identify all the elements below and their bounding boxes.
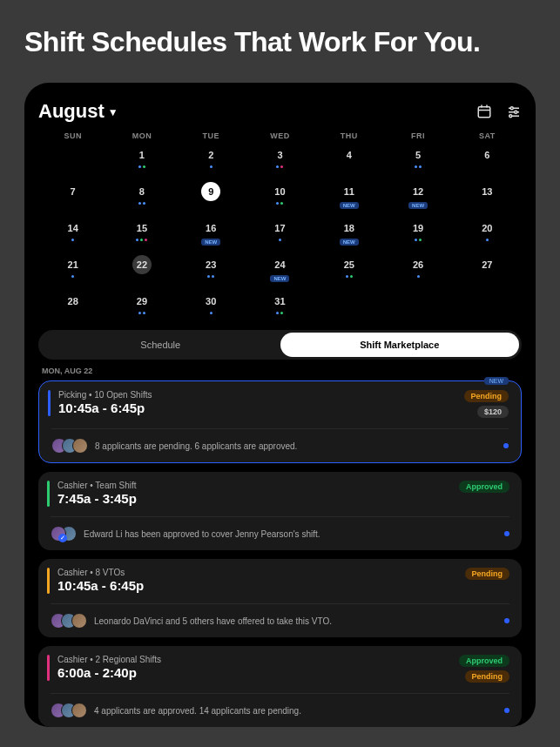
shift-card[interactable]: Cashier • Team Shift7:45a - 3:45pApprove… (38, 472, 522, 550)
shift-card[interactable]: Cashier • 8 VTOs10:45a - 6:45pPendingLeo… (38, 559, 522, 637)
accent-bar (47, 655, 50, 681)
new-badge: NEW (270, 275, 289, 282)
card-title: Cashier • 8 VTOs (57, 568, 144, 577)
calendar-day (453, 292, 522, 323)
weekday-header: SUNMONTUEWEDTHUFRISAT (38, 131, 522, 140)
calendar-day[interactable]: 15 (107, 219, 176, 250)
new-badge: NEW (340, 202, 359, 209)
calendar-day[interactable]: 2 (177, 145, 246, 177)
avatar (71, 703, 87, 718)
card-footer-text: 4 applicants are approved. 14 applicants… (94, 706, 497, 716)
calendar-day[interactable]: 23 (177, 255, 246, 286)
shift-card[interactable]: Cashier • 2 Regional Shifts6:00a - 2:40p… (38, 646, 522, 727)
calendar-day[interactable]: 11NEW (314, 182, 383, 213)
weekday-label: WED (246, 131, 314, 140)
calendar-day[interactable]: 19 (383, 219, 452, 250)
calendar-day[interactable]: 14 (38, 219, 107, 250)
new-badge: NEW (340, 239, 359, 246)
weekday-label: SUN (38, 131, 107, 140)
avatar (71, 613, 87, 629)
calendar-day[interactable]: 28 (38, 292, 107, 323)
tab-schedule[interactable]: Schedule (41, 333, 280, 357)
month-label: August (38, 100, 105, 123)
shift-card[interactable]: NEWPicking • 10 Open Shifts10:45a - 6:45… (38, 380, 522, 463)
avatar-stack (51, 438, 88, 454)
calendar-day (314, 292, 383, 323)
status-dot (504, 708, 509, 713)
calendar-day[interactable]: 4 (314, 145, 383, 177)
svg-point-9 (509, 115, 512, 118)
calendar-icon[interactable] (476, 104, 492, 119)
tab-shift-marketplace[interactable]: Shift Marketplace (280, 333, 520, 357)
phone-frame: August ▼ SUNMONTUEWEDTHUFRISAT 123456789… (24, 83, 536, 727)
svg-rect-0 (478, 107, 490, 118)
accent-bar (47, 568, 50, 594)
card-footer-text: Edward Li has been approved to cover Jen… (84, 529, 497, 539)
chevron-down-icon: ▼ (108, 106, 118, 118)
calendar-day[interactable]: 31 (246, 292, 314, 323)
calendar-day[interactable]: 29 (107, 292, 176, 323)
calendar-day[interactable]: 16NEW (177, 219, 246, 250)
status-badge: $120 (477, 406, 509, 418)
svg-point-5 (510, 107, 513, 110)
avatar (72, 438, 88, 454)
status-dot (504, 618, 509, 623)
avatar-stack (51, 703, 87, 718)
avatar (51, 526, 66, 542)
status-badge: Pending (465, 568, 510, 580)
calendar-day[interactable]: 1 (107, 145, 176, 177)
svg-point-7 (515, 111, 517, 113)
card-time: 6:00a - 2:40p (57, 665, 161, 680)
status-badge: Pending (464, 390, 509, 402)
page-headline: Shift Schedules That Work For You. (24, 26, 536, 58)
calendar-day[interactable]: 21 (38, 255, 107, 286)
card-title: Cashier • 2 Regional Shifts (57, 655, 161, 664)
shift-card-list: NEWPicking • 10 Open Shifts10:45a - 6:45… (38, 380, 522, 727)
calendar-day[interactable]: 7 (38, 182, 107, 213)
card-footer-text: Leonardo DaVinci and 5 others have offer… (94, 616, 497, 626)
calendar-day[interactable]: 10 (246, 182, 314, 213)
new-badge: NEW (484, 377, 509, 385)
weekday-label: FRI (383, 131, 452, 140)
weekday-label: SAT (453, 131, 522, 140)
calendar-day[interactable]: 22 (107, 255, 176, 286)
weekday-label: TUE (177, 131, 246, 140)
accent-bar (48, 390, 51, 416)
weekday-label: MON (107, 131, 176, 140)
status-badge: Approved (459, 481, 509, 493)
calendar-day[interactable]: 17 (246, 219, 314, 250)
calendar-day[interactable]: 26 (383, 255, 452, 286)
calendar-day[interactable]: 25 (314, 255, 383, 286)
calendar-day (383, 292, 452, 323)
filter-icon[interactable] (506, 104, 522, 119)
month-picker[interactable]: August ▼ (38, 100, 118, 123)
weekday-label: THU (314, 131, 383, 140)
card-time: 10:45a - 6:45p (58, 400, 152, 415)
card-title: Picking • 10 Open Shifts (58, 390, 152, 400)
calendar-day[interactable]: 3 (246, 145, 314, 177)
calendar-day[interactable]: 30 (177, 292, 246, 323)
calendar-day[interactable]: 12NEW (383, 182, 452, 213)
card-title: Cashier • Team Shift (57, 481, 137, 490)
card-time: 7:45a - 3:45p (57, 491, 137, 506)
avatar-stack (51, 526, 77, 542)
card-time: 10:45a - 6:45p (57, 578, 144, 593)
avatar-stack (51, 613, 87, 629)
segmented-tabs: Schedule Shift Marketplace (38, 330, 522, 360)
status-badge: Pending (465, 670, 510, 683)
status-dot (504, 531, 509, 536)
calendar-day[interactable]: 8 (107, 182, 176, 213)
calendar-day (38, 145, 107, 177)
status-badge: Approved (459, 655, 509, 667)
calendar-day[interactable]: 6 (453, 145, 522, 177)
calendar-day[interactable]: 18NEW (314, 219, 383, 250)
calendar-day[interactable]: 13 (453, 182, 522, 213)
calendar-day[interactable]: 20 (453, 219, 522, 250)
card-footer-text: 8 applicants are pending. 6 applicants a… (95, 441, 496, 451)
status-dot (503, 443, 509, 448)
calendar-day[interactable]: 9 (177, 182, 246, 213)
calendar-day[interactable]: 2722 (453, 255, 522, 286)
accent-bar (47, 481, 50, 507)
calendar-day[interactable]: 24NEW (246, 255, 314, 286)
calendar-day[interactable]: 5 (383, 145, 452, 177)
